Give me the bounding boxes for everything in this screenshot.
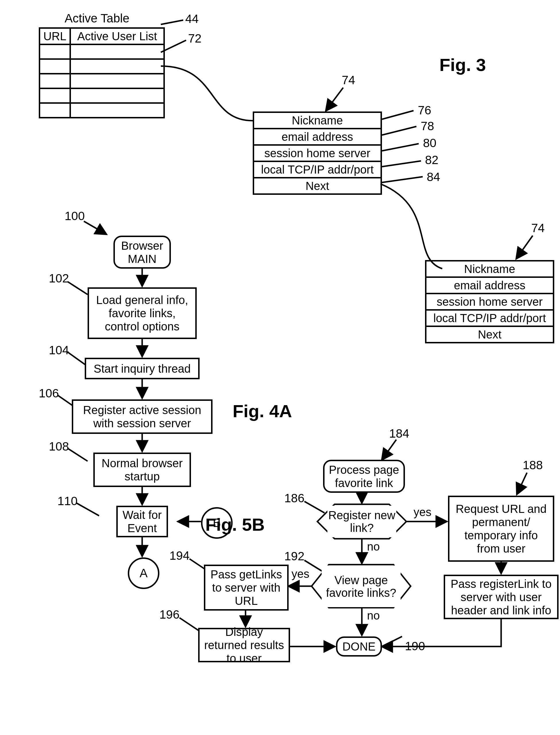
ref-82: 82 <box>425 153 439 167</box>
ref-190: 190 <box>405 639 425 653</box>
svg-line-25 <box>517 473 527 494</box>
ref-74-a: 74 <box>342 73 355 87</box>
ref-78: 78 <box>421 119 434 133</box>
svg-line-26 <box>304 502 325 513</box>
step-104-start-inquiry: Start inquiry thread <box>85 358 200 379</box>
step-194-pass-getlinks: Pass getLinks to server with URL <box>204 565 289 611</box>
rec-email-2: email address <box>426 277 554 294</box>
ref-80: 80 <box>423 136 437 150</box>
svg-line-4 <box>382 126 416 135</box>
ref-84: 84 <box>427 170 440 184</box>
dec-186-register-new-link: Register new link? <box>327 506 396 537</box>
step-196-display-results: Display returned results to user <box>198 628 290 662</box>
svg-line-8 <box>516 236 533 258</box>
ref-106: 106 <box>39 387 59 400</box>
ref-196: 196 <box>159 608 179 622</box>
step-184-process-page: Process page favorite link <box>323 460 405 493</box>
record-1: Nickname email address session home serv… <box>253 111 382 195</box>
rec-addr: local TCP/IP addr/port <box>254 161 381 178</box>
svg-line-7 <box>382 177 423 182</box>
svg-line-29 <box>179 618 201 632</box>
svg-line-24 <box>382 440 396 460</box>
step-188-request-url: Request URL and permanent/ temporary inf… <box>448 496 554 562</box>
svg-line-30 <box>382 636 402 647</box>
svg-line-20 <box>67 448 88 461</box>
label-no-186: no <box>367 540 380 553</box>
ref-104: 104 <box>49 343 69 357</box>
rec-nickname: Nickname <box>254 112 381 129</box>
ref-110: 110 <box>57 494 78 508</box>
label-yes-192: yes <box>291 568 309 580</box>
svg-line-21 <box>76 503 99 516</box>
col-active-user-list: Active User List <box>70 28 164 45</box>
dec-192-view-links: View page favorite links? <box>322 566 401 607</box>
step-106-register-session: Register active session with session ser… <box>72 400 213 434</box>
col-url: URL <box>40 28 70 45</box>
ref-186: 186 <box>284 491 304 505</box>
svg-line-17 <box>67 281 88 294</box>
ref-44: 44 <box>185 12 199 26</box>
label-yes-186: yes <box>414 506 431 519</box>
svg-line-2 <box>326 88 343 111</box>
active-table-title: Active Table <box>65 11 130 25</box>
step-108-startup: Normal browser startup <box>93 453 191 487</box>
rec-nickname-2: Nickname <box>426 261 554 277</box>
svg-line-5 <box>382 144 419 151</box>
rec-next-2: Next <box>426 326 554 343</box>
ref-188: 188 <box>523 458 543 472</box>
ref-184: 184 <box>389 427 409 441</box>
step-190-pass-registerlink: Pass registerLink to server with user he… <box>444 575 559 619</box>
rec-email: email address <box>254 129 381 145</box>
svg-line-9 <box>84 221 106 234</box>
record-2: Nickname email address session home serv… <box>425 260 554 343</box>
step-110-wait: Wait for Event <box>116 506 168 537</box>
rec-server-2: session home server <box>426 294 554 310</box>
done-terminal: DONE <box>336 636 382 657</box>
step-100-browser-main: Browser MAIN <box>113 236 171 269</box>
fig4a-label: Fig. 4A <box>233 401 292 421</box>
ref-194: 194 <box>169 549 190 563</box>
rec-server: session home server <box>254 145 381 161</box>
ref-72: 72 <box>188 32 202 45</box>
ref-192: 192 <box>284 549 304 563</box>
ref-108: 108 <box>49 440 69 454</box>
fig5b-label: Fig. 5B <box>205 514 265 535</box>
active-table: URL Active User List <box>39 27 165 118</box>
ref-102: 102 <box>49 271 69 285</box>
ref-74-b: 74 <box>531 221 545 235</box>
fig3-label: Fig. 3 <box>439 55 486 75</box>
connector-a: A <box>128 558 159 589</box>
step-102-load-info: Load general info, favorite links, contr… <box>88 287 197 339</box>
rec-next: Next <box>254 178 381 194</box>
label-no-192: no <box>367 609 380 622</box>
svg-line-3 <box>382 111 414 119</box>
ref-76: 76 <box>418 103 431 117</box>
ref-100: 100 <box>65 209 85 223</box>
svg-line-0 <box>161 20 183 24</box>
rec-addr-2: local TCP/IP addr/port <box>426 310 554 326</box>
svg-line-6 <box>382 161 421 167</box>
